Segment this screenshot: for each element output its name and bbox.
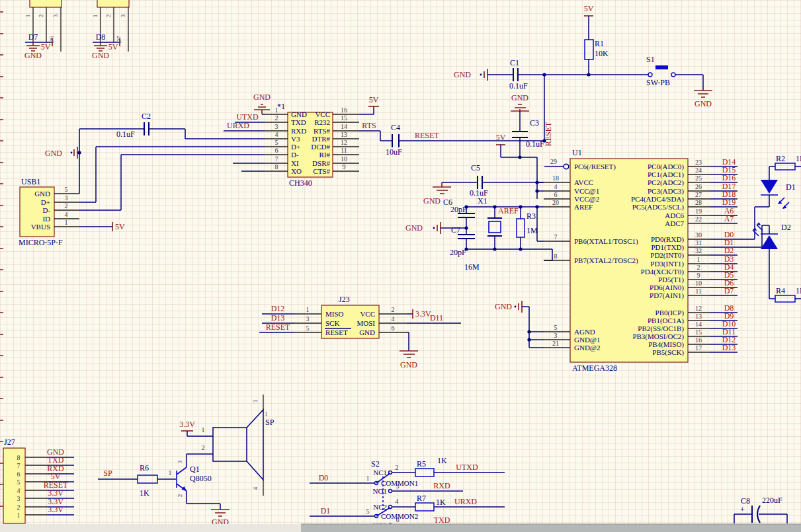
pin-number: 1: [306, 306, 310, 313]
pin-number: 1: [65, 219, 68, 226]
capacitor-c4[interactable]: C4 10uF RESET: [386, 123, 544, 157]
pin-number: 6: [554, 191, 558, 198]
pin-number: 7: [275, 155, 278, 163]
svg-text:17: 17: [695, 344, 702, 352]
svg-text:23: 23: [695, 159, 702, 166]
power-label: 5V: [584, 4, 594, 13]
net-label: D1: [321, 506, 331, 515]
value: 20pF: [450, 205, 467, 214]
pin-name: AGND: [574, 328, 595, 336]
svg-text:14: 14: [695, 321, 702, 328]
designator: R3: [527, 211, 536, 221]
capacitor-c5[interactable]: C5 0.1uF: [442, 163, 544, 198]
usb-connector[interactable]: USB1 MICRO-5P-F GND D+ D- ID VBUS 5 3 2 …: [19, 147, 125, 247]
pin-number: 1: [275, 106, 278, 114]
pin-name: RI#: [319, 151, 331, 159]
designator: C7: [451, 225, 460, 235]
svg-text:GND: GND: [495, 302, 512, 311]
pin-number: 1: [17, 512, 21, 519]
connector-d8[interactable]: 1 2 3 D8 GND 5V D7: [92, 0, 129, 60]
designator: D2: [781, 223, 791, 232]
designator: C5: [471, 163, 480, 172]
header-j27[interactable]: J27 8 7 6 5 4 3 2 1 GND TXD RXD 5V RESET…: [3, 437, 74, 523]
svg-text:D16: D16: [722, 173, 736, 182]
svg-text:13: 13: [695, 313, 702, 320]
schematic-canvas[interactable]: 1 2 3 D7 GND 5V D6 1 2 3 D8 GND 5V D7 US…: [0, 0, 801, 532]
net-label-rotated: D7: [116, 36, 122, 43]
pin-name: CTS#: [313, 167, 330, 175]
value: 1K: [437, 456, 447, 465]
power-label: 3.3V: [179, 420, 195, 429]
svg-text:GND: GND: [24, 51, 42, 60]
pin-name: GND: [359, 328, 375, 336]
capacitor-c8[interactable]: C8 220uF +: [734, 496, 787, 523]
pin-number: 2: [17, 504, 21, 511]
isp-header-j23[interactable]: J23 D12 D13 RESET 1 3 5 MISO SCK RESET 2…: [259, 295, 461, 369]
contact-label: NC1: [373, 469, 387, 476]
net-label: RESET: [415, 131, 439, 140]
switch-s1[interactable]: S1 SW-PB: [646, 55, 675, 87]
transistor-q1-icon[interactable]: 3 2 Q1 Q8050: [177, 460, 212, 497]
pin-name: PB7(XTAL2/TOSC2): [574, 256, 638, 265]
designator: R4: [776, 286, 785, 295]
mcu-right-pins: 23 24 25 26 27 28 19 22 30 31 32 1 2 9 1…: [631, 157, 762, 357]
switch-s2[interactable]: S2 D0 1 NC1 2 COMMON1 NO1 3 R5 1K UTXD R…: [310, 456, 505, 529]
power-5v: 5V: [359, 95, 379, 114]
pin-number: 3: [252, 399, 259, 402]
resistor-r1[interactable]: R1 10K 5V: [584, 4, 609, 75]
contact-label: NC2: [373, 503, 387, 511]
value: 20pF: [450, 248, 466, 257]
pin-name: VCC@1: [574, 187, 599, 195]
net-label: 3.3V: [48, 505, 63, 514]
pin-number: 3: [52, 14, 59, 17]
pin-number: 4: [554, 183, 558, 190]
svg-text:28: 28: [695, 199, 702, 206]
pin-number: 13: [341, 131, 347, 138]
svg-text:D7: D7: [724, 286, 734, 295]
net-label: D13: [271, 313, 285, 323]
pin-number: 20: [552, 199, 559, 206]
pin-number: 3: [17, 495, 21, 502]
buzzer-circuit[interactable]: SP R6 1K 1 3 2 Q1 Q8050 2 3.3V 1 3 4 1 S…: [98, 395, 274, 527]
led-circuit[interactable]: R2 1K D1 D2 R4 1K: [753, 154, 801, 302]
part-name: MICRO-5P-F: [19, 238, 63, 247]
svg-text:24: 24: [695, 167, 702, 174]
horizontal-scrollbar[interactable]: [301, 524, 801, 532]
connector-d7[interactable]: 1 2 3 D7 GND 5V D6: [24, 0, 62, 60]
pin-name: D+: [41, 198, 50, 206]
crystal-cluster[interactable]: AREF C6 20pF C7 20pF GND X1 16M: [405, 196, 552, 272]
designator: R6: [140, 463, 149, 473]
designator: J27: [4, 437, 15, 447]
pin-number: 2: [38, 15, 44, 18]
value: 1M: [527, 226, 538, 235]
designator: U1: [572, 148, 582, 157]
ic-ch340[interactable]: CH340 *1 1 2 3 4 5 6 7 8 GND TXD RXD V3 …: [224, 93, 392, 188]
ic-atmega328[interactable]: U1 ATMEGA328 29 18 4 6 20 7 8 5 3 21 PC6…: [495, 148, 762, 373]
pin-number: 2: [65, 202, 68, 209]
pin-number: 1: [366, 475, 370, 482]
pin-number: 2: [202, 444, 205, 451]
net-label: AREF: [498, 206, 519, 215]
capacitor-c6[interactable]: C6 20pF: [443, 198, 475, 228]
pin-number: 11: [341, 147, 347, 154]
power-label: 5V: [496, 133, 506, 142]
gnd-symbol: GND: [92, 42, 109, 60]
reset-circuit[interactable]: GND C1 0.1uF R1 10K 5V S1 SW-PB GND: [454, 4, 712, 141]
svg-text:PD2(INT0): PD2(INT0): [650, 251, 684, 260]
designator: C2: [142, 112, 151, 121]
capacitor-c7[interactable]: C7 20pF: [450, 225, 475, 257]
net-label: URXD: [227, 121, 249, 130]
pin-name: ID: [42, 215, 50, 223]
value: 0.1uF: [526, 139, 544, 149]
pin-number: 3: [177, 460, 183, 463]
pin-number: 3: [275, 123, 278, 130]
speaker-icon[interactable]: 3 4 1 SP: [213, 395, 274, 496]
resistor-r3[interactable]: R3 1M: [517, 207, 538, 249]
net-label-rotated: D6: [48, 36, 55, 43]
svg-text:32: 32: [695, 247, 702, 254]
capacitor-c3[interactable]: GND C3 0.1uF RESET: [511, 93, 553, 157]
note: *1: [277, 102, 285, 111]
pin-number: 5: [17, 478, 21, 486]
value: 0.1uF: [116, 130, 135, 139]
svg-text:15: 15: [695, 328, 702, 336]
